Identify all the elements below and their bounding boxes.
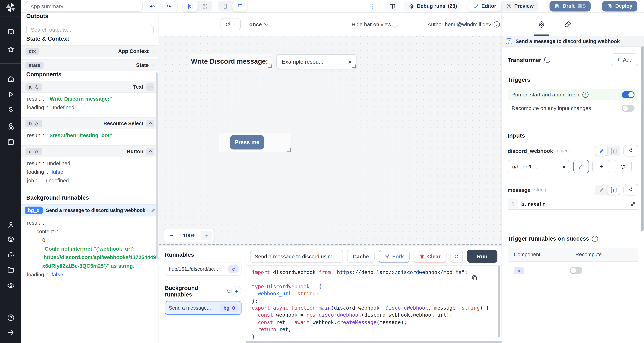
run-on-start-toggle[interactable] bbox=[622, 91, 634, 98]
runnable-item[interactable]: hub/1511/discord/se... c bbox=[165, 262, 242, 276]
refresh-resource-button[interactable] bbox=[614, 160, 632, 173]
tab-insert-plus[interactable]: + bbox=[511, 20, 519, 28]
debug-runs-button[interactable]: Debug runs (23) bbox=[404, 1, 462, 12]
resize-handle[interactable] bbox=[268, 64, 272, 68]
bg-runnable-row[interactable]: bg_0 Send a message to discord using web… bbox=[21, 204, 158, 216]
collapse-arrow-icon[interactable] bbox=[4, 326, 17, 338]
add-transformer-button[interactable]: +Add bbox=[611, 53, 638, 66]
add-resource-button[interactable]: + bbox=[592, 160, 610, 173]
tab-editor[interactable]: Editor bbox=[468, 1, 501, 12]
edit-pencil-icon[interactable] bbox=[151, 208, 155, 212]
resize-handle[interactable] bbox=[352, 64, 356, 68]
help-icon[interactable] bbox=[4, 311, 17, 324]
info-icon[interactable] bbox=[544, 57, 550, 63]
copy-code-icon[interactable] bbox=[472, 275, 478, 281]
component-section-header[interactable]: b Resource Select bbox=[21, 118, 158, 130]
tab-preview[interactable]: Preview bbox=[501, 1, 538, 12]
resources-cubes-icon[interactable] bbox=[4, 120, 17, 132]
runs-play-icon[interactable] bbox=[4, 88, 17, 100]
deploy-button[interactable]: Deploy bbox=[602, 1, 637, 12]
collapse-button[interactable] bbox=[146, 120, 154, 127]
code-scrollbar-vertical[interactable] bbox=[498, 266, 500, 337]
resource-select-component[interactable]: Example resou... × bbox=[276, 54, 357, 69]
refresh-count-button[interactable]: 1 bbox=[220, 18, 241, 30]
tab-component-settings[interactable] bbox=[537, 20, 546, 28]
connect-input-button[interactable] bbox=[624, 184, 638, 196]
right-panel-scrollbar[interactable] bbox=[641, 46, 644, 231]
audit-eye-icon[interactable] bbox=[4, 279, 17, 292]
fork-button[interactable]: Fork bbox=[379, 250, 410, 263]
chevron-down-icon[interactable] bbox=[151, 62, 155, 66]
users-person-icon[interactable] bbox=[4, 218, 17, 231]
reload-code-button[interactable] bbox=[450, 250, 463, 263]
zoom-out-button[interactable]: − bbox=[164, 232, 179, 239]
connect-input-button[interactable] bbox=[624, 145, 638, 156]
clear-selection-icon[interactable]: × bbox=[348, 58, 352, 65]
chevron-down-icon[interactable] bbox=[151, 48, 155, 52]
more-menu-button[interactable]: ⋮ bbox=[368, 1, 376, 11]
code-editor[interactable]: import discordwebhook from "https://deno… bbox=[246, 265, 502, 343]
info-icon[interactable] bbox=[582, 92, 588, 98]
code-scrollbar-horizontal[interactable] bbox=[246, 341, 502, 343]
press-me-button[interactable]: Press me bbox=[230, 135, 264, 149]
search-outputs-input[interactable] bbox=[26, 24, 154, 35]
workspace-icon[interactable] bbox=[4, 26, 17, 38]
text-component[interactable]: Write Discord message: bbox=[191, 54, 272, 68]
info-icon[interactable] bbox=[494, 21, 500, 28]
recompute-mode-dropdown[interactable]: once bbox=[249, 18, 268, 30]
redo-button[interactable]: ↷ bbox=[160, 1, 178, 12]
state-row[interactable]: state State bbox=[21, 59, 158, 71]
zoom-in-button[interactable]: + bbox=[200, 231, 212, 240]
desktop-view-button[interactable] bbox=[232, 1, 247, 12]
eval-mode-button[interactable]: f bbox=[608, 146, 620, 155]
resource-picker[interactable]: u/henri/te... × bbox=[508, 160, 570, 173]
static-mode-button[interactable] bbox=[595, 146, 608, 155]
workers-robot-icon[interactable] bbox=[4, 248, 17, 261]
static-mode-button[interactable] bbox=[595, 185, 608, 194]
settings-gear-icon[interactable] bbox=[4, 233, 17, 246]
output-row: content: bbox=[24, 227, 158, 236]
trigger1-label: Run on start and app refresh bbox=[511, 92, 579, 98]
home-icon[interactable] bbox=[4, 73, 17, 85]
clear-button[interactable]: Clear bbox=[414, 250, 446, 263]
background-runnable-item-selected[interactable]: Send a message... bg_0 bbox=[165, 301, 242, 314]
fork-label: Fork bbox=[392, 253, 404, 259]
component-section-header[interactable]: a Text bbox=[21, 81, 158, 93]
edit-resource-button[interactable] bbox=[573, 160, 589, 173]
tab-styling[interactable] bbox=[564, 20, 572, 28]
undo-button[interactable]: ↶ bbox=[144, 1, 160, 12]
output-row: result:"$res:u/henri/testing_bot" bbox=[21, 131, 158, 140]
clear-resource-icon[interactable]: × bbox=[562, 163, 566, 170]
recompute-on-input-toggle[interactable] bbox=[622, 104, 634, 112]
draft-button[interactable]: Draft ⌘S bbox=[550, 1, 591, 12]
bg0-label: Send a message to discord using webhook bbox=[46, 207, 145, 213]
component-section-header[interactable]: c Button bbox=[21, 145, 158, 157]
collapse-button[interactable] bbox=[146, 148, 154, 155]
add-background-runnable-button[interactable]: + bbox=[231, 286, 242, 297]
app-summary-input[interactable] bbox=[26, 1, 142, 12]
folders-icon[interactable] bbox=[4, 264, 17, 276]
docs-button[interactable] bbox=[384, 1, 400, 12]
button-component-wrapper[interactable]: Press me bbox=[219, 133, 291, 152]
runnable-name-input[interactable] bbox=[250, 250, 343, 263]
cache-button[interactable]: Cache bbox=[347, 250, 374, 263]
run-button[interactable]: Run bbox=[467, 250, 498, 263]
windmill-logo-icon[interactable] bbox=[5, 2, 16, 13]
mobile-view-button[interactable] bbox=[218, 1, 232, 12]
schedules-calendar-icon[interactable] bbox=[4, 136, 17, 148]
variables-dollar-icon[interactable] bbox=[4, 103, 17, 116]
fullscreen-button[interactable] bbox=[198, 1, 212, 12]
collapse-button[interactable] bbox=[146, 83, 154, 91]
transformer-title: Transformer bbox=[508, 56, 541, 63]
app-canvas[interactable]: Write Discord message: Example resou... … bbox=[159, 36, 502, 246]
favorites-star-icon[interactable] bbox=[4, 43, 17, 56]
resize-handle[interactable] bbox=[287, 148, 291, 152]
expression-editor[interactable]: 1 b.result bbox=[508, 199, 638, 210]
eval-mode-button[interactable]: f bbox=[608, 185, 620, 194]
info-icon[interactable] bbox=[592, 236, 598, 242]
spacing-layout-button[interactable] bbox=[183, 1, 198, 12]
recompute-toggle[interactable] bbox=[570, 267, 582, 274]
expand-editor-icon[interactable] bbox=[630, 201, 636, 207]
ctx-row[interactable]: ctx App Context bbox=[21, 45, 158, 57]
outputs-scrollbar[interactable] bbox=[156, 72, 158, 259]
